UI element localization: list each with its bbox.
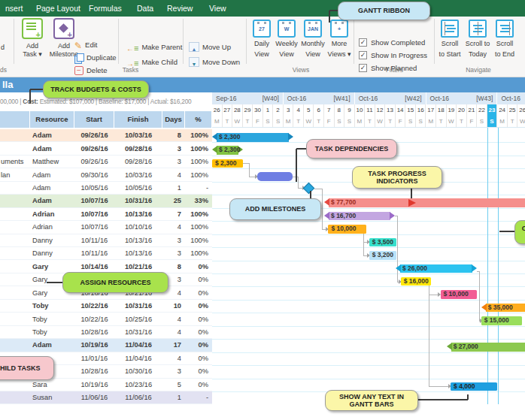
gantt-bar[interactable]: $ 3,500 — [369, 238, 397, 247]
table-row[interactable]: Sara10/19/1610/23/1650% — [0, 379, 212, 391]
table-row[interactable]: Toby10/22/1610/25/1640% — [0, 313, 212, 325]
percent-cell: 0% — [185, 367, 212, 375]
table-row[interactable]: Danny10/11/1610/13/163100% — [0, 234, 212, 247]
row-gridline — [212, 365, 525, 366]
gantt-bar[interactable]: $ 10,000 — [328, 225, 366, 234]
table-row[interactable]: Toby10/22/1610/31/16100% — [0, 300, 212, 313]
checkbox-icon[interactable]: ✓ — [359, 51, 367, 59]
make-parent-button[interactable]: Make Parent — [126, 41, 182, 53]
day-number-cell: 1 — [263, 104, 274, 116]
gantt-bar[interactable]: $ 10,000 — [441, 290, 478, 299]
callout-connector — [296, 148, 306, 150]
bar-label: $ 2,300 — [219, 133, 240, 142]
week-label: [W42] — [405, 95, 421, 102]
more-views-button[interactable]: +MoreViews ▾ — [322, 20, 357, 58]
row-gridline — [212, 195, 525, 195]
gantt-bar[interactable]: $ 16,700 — [324, 212, 394, 221]
scroll-to-end-button[interactable]: Scrollto End — [487, 20, 522, 58]
table-row[interactable]: Toby10/28/1610/31/1640% — [0, 326, 212, 339]
day-number-cell: 11 — [365, 104, 375, 116]
tab-review[interactable]: Review — [164, 0, 196, 17]
gantt-bar[interactable]: $ 77,700 — [324, 198, 525, 207]
tab-page-layout[interactable]: Page Layout — [33, 0, 83, 17]
table-row[interactable]: Adam09/26/1610/03/168100% — [0, 129, 212, 142]
tab-formulas[interactable]: Formulas — [86, 0, 125, 17]
days-cell: 4 — [162, 328, 185, 336]
table-row[interactable]: Danny10/11/1610/13/163100% — [0, 247, 212, 260]
day-letter-cell: T — [508, 116, 518, 127]
gantt-bar[interactable]: $ 2,300 — [212, 159, 243, 168]
callout-connector — [29, 89, 31, 104]
delete-icon — [74, 66, 83, 75]
gantt-bar[interactable]: $ 3,200 — [369, 251, 397, 260]
start-cell: 10/22/16 — [74, 302, 114, 310]
make-parent-icon — [126, 41, 138, 54]
duplicate-button[interactable]: Duplicate — [74, 52, 117, 63]
bar-left-arrow — [324, 198, 329, 206]
milestone-diamond[interactable] — [303, 183, 315, 195]
table-row[interactable]: lanAdam09/30/1610/03/164100% — [0, 168, 212, 181]
resource-cell: Susan — [30, 394, 74, 401]
checkbox-icon[interactable]: ✓ — [359, 38, 367, 47]
resource-cell: Adam — [30, 197, 74, 204]
gantt-bar[interactable]: $ 27,000 — [447, 343, 525, 352]
bar-label: $ 3,500 — [372, 238, 393, 247]
column-header-resource: Resource — [30, 111, 74, 128]
table-row[interactable]: Adam09/26/1609/28/163100% — [0, 142, 212, 155]
group-separator — [183, 19, 184, 64]
add-task-button[interactable]: AddTask ▾ — [17, 18, 48, 59]
row-gridline — [212, 261, 525, 261]
group-separator — [14, 19, 14, 64]
button-label: Scroll — [487, 40, 522, 48]
days-cell: 4 — [162, 223, 185, 231]
table-row[interactable]: umentsMatthew09/26/1609/28/163100% — [0, 156, 212, 168]
day-letter-cell: M — [497, 116, 508, 127]
gantt-bar[interactable]: $ 2,300 — [212, 146, 243, 155]
callout-add-milestones: ADD MILESTONES — [229, 198, 321, 220]
day-letter-cell: S — [344, 116, 355, 127]
day-letter-cell: F — [253, 116, 263, 127]
callout-current-date-line: CURRENT DATE LINE — [514, 220, 525, 244]
resource-cell: Toby — [30, 328, 74, 336]
table-row[interactable]: Adrian10/07/1610/13/167100% — [0, 208, 212, 221]
filter-show-in-progress[interactable]: ✓Show In Progress — [359, 51, 427, 59]
delete-button[interactable]: Delete — [74, 65, 107, 76]
finish-cell: 09/28/16 — [114, 145, 162, 153]
edge-button-fragment[interactable]: d — [1, 44, 5, 51]
table-row[interactable]: Susan11/06/1611/06/161- — [0, 391, 212, 404]
start-cell: 09/26/16 — [74, 158, 114, 165]
table-row[interactable]: Adrian10/07/1610/10/164100% — [0, 221, 212, 234]
percent-cell: 100% — [185, 237, 212, 244]
percent-cell: 100% — [185, 223, 212, 231]
filter-show-completed[interactable]: ✓Show Completed — [359, 38, 425, 47]
filter-show-planned[interactable]: ✓Show Planned — [359, 64, 417, 72]
table-row[interactable]: Adam10/19/1611/04/16170% — [0, 339, 212, 352]
gantt-bar[interactable]: $ 16,000 — [401, 277, 432, 286]
checkbox-icon[interactable]: ✓ — [359, 64, 367, 72]
gantt-bar[interactable]: $ 4,000 — [451, 382, 497, 391]
day-letter-cell: M — [212, 116, 223, 127]
group-label-navigate: Navigate — [434, 66, 523, 74]
gantt-bar[interactable]: $ 15,000 — [481, 316, 522, 325]
day-number-cell: 21 — [467, 104, 478, 116]
gantt-bar[interactable]: $ 2,300 — [212, 133, 293, 142]
move-down-button[interactable]: Move Down — [189, 56, 240, 68]
dependency-line — [314, 189, 322, 189]
tab-view[interactable]: View — [206, 0, 229, 17]
gantt-bar[interactable]: $ 35,000 — [481, 304, 525, 313]
finish-cell: 10/13/16 — [114, 249, 162, 257]
dependency-line — [429, 386, 448, 387]
table-row[interactable]: Adam10/07/1610/31/162533% — [0, 195, 212, 207]
table-row[interactable]: Adam10/05/1610/05/161- — [0, 182, 212, 195]
gantt-bar[interactable]: $ 26,000 — [396, 264, 477, 273]
move-up-button[interactable]: Move Up — [189, 41, 231, 53]
edit-button[interactable]: Edit — [74, 39, 97, 50]
tab-data[interactable]: Data — [134, 0, 156, 17]
tab-nsert[interactable]: nsert — [2, 0, 26, 17]
gantt-bar[interactable] — [257, 172, 293, 181]
day-number-cell: 22 — [477, 104, 487, 116]
day-letter-cell: S — [335, 116, 345, 127]
move-up-icon — [189, 42, 199, 52]
make-child-button[interactable]: Make Child — [126, 56, 178, 68]
day-number-cell: 27 — [223, 104, 233, 116]
